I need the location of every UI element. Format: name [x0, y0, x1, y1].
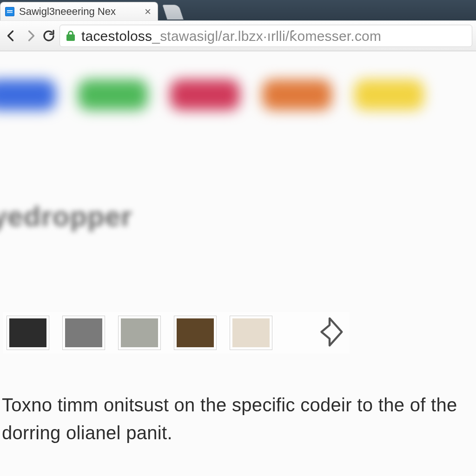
color-swatch[interactable]	[230, 316, 272, 350]
page-favicon-icon	[5, 7, 14, 16]
blurred-color-pills	[0, 79, 424, 110]
browser-tab-active[interactable]: Sawigl3neeering Nex ×	[0, 2, 158, 20]
color-pill	[262, 79, 332, 110]
color-swatch[interactable]	[62, 316, 105, 350]
close-tab-icon[interactable]: ×	[145, 6, 151, 17]
color-swatch[interactable]	[118, 316, 161, 350]
tab-title: Sawigl3neeering Nex	[19, 6, 116, 18]
color-pill	[170, 79, 240, 110]
url-text: tacestoloss_stawasigl/ar.lbzx·ırlli/ƙome…	[81, 28, 381, 44]
color-swatch[interactable]	[174, 316, 217, 350]
new-tab-button[interactable]	[162, 5, 184, 20]
eyedropper-icon[interactable]	[313, 316, 346, 350]
color-pill	[0, 79, 56, 110]
color-pill	[78, 79, 148, 110]
arrow-left-icon	[5, 29, 19, 43]
color-swatch[interactable]	[7, 316, 49, 350]
back-button[interactable]	[4, 25, 20, 47]
url-path: _stawasigl/ar.lbzx·ırlli/ƙomesser.com	[152, 28, 381, 44]
address-bar[interactable]: tacestoloss_stawasigl/ar.lbzx·ırlli/ƙome…	[60, 25, 472, 47]
forward-button[interactable]	[22, 25, 38, 47]
body-paragraph: Toxno timm onitsust on the specific code…	[2, 391, 471, 447]
blurred-heading: yedropper	[0, 200, 132, 232]
color-pill	[354, 79, 424, 110]
url-host: tacestoloss	[81, 28, 152, 44]
page-content: yedropper Toxno timm onitsust on the spe…	[0, 51, 476, 476]
browser-tabstrip: Sawigl3neeering Nex ×	[0, 0, 476, 20]
reload-icon	[42, 29, 56, 43]
color-swatch-row	[3, 312, 350, 354]
arrow-right-icon	[23, 29, 37, 43]
lock-icon	[66, 31, 75, 41]
reload-button[interactable]	[41, 25, 57, 47]
browser-toolbar: tacestoloss_stawasigl/ar.lbzx·ırlli/ƙome…	[0, 20, 476, 51]
